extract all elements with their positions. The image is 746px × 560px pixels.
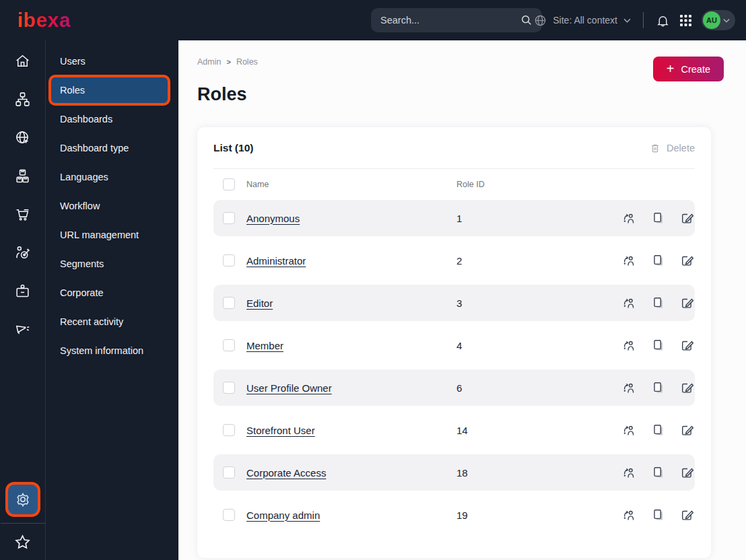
role-row: Member4 (213, 327, 695, 363)
menu-item-roles[interactable]: Roles (51, 77, 168, 103)
copy-role-button[interactable] (651, 211, 665, 225)
edit-role-button[interactable] (680, 423, 693, 437)
assign-role-button[interactable] (622, 296, 636, 310)
notifications-bell-icon[interactable] (656, 13, 670, 28)
role-name-link[interactable]: Company admin (246, 510, 320, 521)
menu-item-system-information[interactable]: System information (46, 336, 178, 365)
menu-item-label: URL management (60, 230, 139, 240)
menu-item-languages[interactable]: Languages (46, 162, 178, 191)
menu-item-users[interactable]: Users (46, 46, 178, 75)
icon-rail (0, 40, 46, 560)
role-name-link[interactable]: Corporate Access (246, 467, 326, 479)
search-icon[interactable] (520, 14, 533, 26)
breadcrumb-admin[interactable]: Admin (197, 57, 221, 67)
chevron-down-icon (623, 18, 631, 23)
edit-icon (680, 211, 693, 225)
menu-item-dashboards[interactable]: Dashboards (46, 104, 178, 133)
user-menu[interactable]: AU (702, 10, 735, 30)
menu-item-corporate[interactable]: Corporate (46, 278, 178, 307)
menu-item-label: Workflow (60, 201, 100, 211)
assign-user-icon (622, 296, 636, 310)
topbar: ibexa Site: All context (0, 0, 746, 40)
menu-item-segments[interactable]: Segments (46, 249, 178, 278)
assign-user-icon (622, 339, 636, 352)
copy-role-button[interactable] (651, 296, 665, 310)
rail-content-tree-icon[interactable] (8, 88, 38, 110)
assign-role-button[interactable] (622, 254, 636, 267)
site-globe-icon (534, 14, 547, 27)
role-row: User Profile Owner6 (213, 370, 695, 406)
role-name-link[interactable]: Editor (246, 298, 273, 309)
rail-corporate-badge-icon[interactable] (8, 280, 38, 302)
app-grid-icon[interactable] (679, 14, 692, 27)
breadcrumb: Admin > Roles (197, 57, 711, 67)
rail-home-icon[interactable] (8, 50, 38, 72)
ibexa-admin-screen: ibexa Site: All context (0, 0, 746, 560)
rail-bookmarks-star-icon[interactable] (8, 531, 38, 553)
assign-role-button[interactable] (622, 508, 636, 522)
assign-role-button[interactable] (622, 211, 636, 225)
delete-button[interactable]: Delete (650, 143, 695, 153)
menu-item-dashboard-type[interactable]: Dashboard type (46, 133, 178, 162)
menu-item-url-management[interactable]: URL management (46, 220, 178, 249)
role-id-value: 2 (456, 255, 619, 267)
row-checkbox[interactable] (223, 297, 235, 309)
copy-icon (651, 381, 665, 394)
role-row: Company admin19 (213, 497, 695, 533)
edit-icon (680, 423, 693, 437)
role-name-link[interactable]: User Profile Owner (246, 382, 332, 394)
rail-site-management-icon[interactable] (8, 127, 38, 149)
search-input[interactable] (380, 15, 520, 26)
assign-user-icon (622, 254, 636, 267)
assign-role-button[interactable] (622, 381, 636, 394)
rail-commerce-cart-icon[interactable] (8, 203, 38, 225)
role-name-link[interactable]: Anonymous (246, 213, 300, 224)
site-context-selector[interactable]: Site: All context (534, 14, 631, 27)
rail-campaigns-megaphone-icon[interactable] (8, 318, 38, 341)
row-checkbox[interactable] (223, 339, 235, 351)
copy-role-button[interactable] (651, 423, 665, 437)
main-content: Admin > Roles + Create Roles List (10) D… (178, 40, 746, 560)
role-row: Administrator2 (213, 242, 695, 279)
assign-role-button[interactable] (622, 339, 636, 352)
copy-role-button[interactable] (651, 339, 665, 352)
role-name-link[interactable]: Administrator (246, 255, 306, 267)
assign-role-button[interactable] (622, 423, 636, 437)
page-title: Roles (197, 84, 711, 105)
admin-menu: UsersRolesDashboardsDashboard typeLangua… (46, 40, 178, 560)
menu-item-recent-activity[interactable]: Recent activity (46, 307, 178, 336)
edit-role-button[interactable] (680, 381, 693, 394)
row-checkbox[interactable] (223, 509, 235, 521)
global-search[interactable] (371, 8, 542, 32)
assign-role-button[interactable] (622, 466, 636, 479)
row-checkbox[interactable] (223, 254, 235, 267)
copy-role-button[interactable] (651, 508, 665, 522)
edit-role-button[interactable] (680, 466, 693, 479)
copy-icon (651, 339, 665, 352)
copy-role-button[interactable] (651, 381, 665, 394)
row-checkbox[interactable] (223, 382, 235, 394)
edit-role-button[interactable] (680, 296, 693, 310)
row-checkbox[interactable] (223, 212, 235, 224)
avatar: AU (703, 11, 720, 29)
delete-button-label: Delete (667, 143, 695, 153)
rail-product-catalog-icon[interactable] (8, 165, 38, 187)
role-name-link[interactable]: Member (246, 340, 283, 351)
edit-icon (680, 254, 693, 267)
select-all-checkbox[interactable] (223, 178, 235, 190)
create-button[interactable]: + Create (653, 57, 724, 81)
menu-item-workflow[interactable]: Workflow (46, 191, 178, 220)
copy-role-button[interactable] (651, 466, 665, 479)
role-name-link[interactable]: Storefront User (246, 425, 315, 436)
edit-role-button[interactable] (680, 508, 693, 522)
row-checkbox[interactable] (223, 424, 235, 436)
edit-role-button[interactable] (680, 339, 693, 352)
rail-settings-icon[interactable] (8, 485, 38, 514)
edit-role-button[interactable] (680, 211, 693, 225)
edit-role-button[interactable] (680, 254, 693, 267)
rail-personalization-icon[interactable] (8, 242, 38, 264)
ibexa-logo[interactable]: ibexa (18, 9, 71, 32)
copy-role-button[interactable] (651, 254, 665, 267)
edit-icon (680, 339, 693, 352)
row-checkbox[interactable] (223, 466, 235, 479)
